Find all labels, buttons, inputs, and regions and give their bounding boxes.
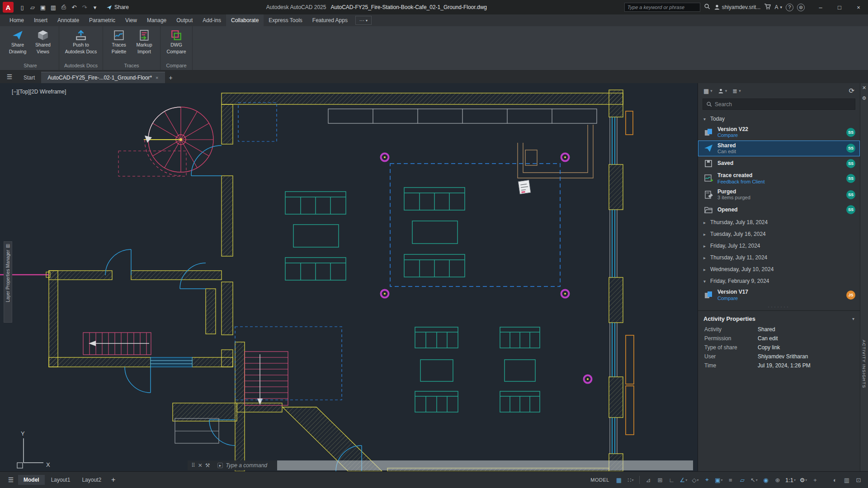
activity-item-version-v22[interactable]: Version V22 Compare SS [698,124,860,141]
layout2-tab[interactable]: Layout2 [76,475,107,485]
grid-display-icon[interactable]: ▦ [614,474,624,485]
command-line[interactable]: ⠿ ✕ ⚒ ▸ Type a command [188,460,693,470]
snap-mode-icon[interactable]: ∷▾ [626,474,636,485]
command-line-customize-icon[interactable]: ⚒ [205,462,210,469]
tab-express-tools[interactable]: Express Tools [264,14,307,26]
keyword-search-input[interactable] [624,3,700,12]
selection-cycling-icon[interactable]: ↖▾ [749,474,759,485]
activity-item-saved[interactable]: Saved SS [698,156,860,170]
refresh-icon[interactable]: ⟳ [849,87,854,95]
activity-item-trace-created[interactable]: Trace created Feedback from Client SS [698,170,860,187]
plot-icon[interactable]: ⎙ [59,2,69,12]
ortho-mode-icon[interactable]: ∟ [667,474,677,485]
save-icon[interactable]: ▣ [38,2,48,12]
open-file-icon[interactable]: ▱ [28,2,38,12]
close-tab-icon[interactable]: × [156,75,158,80]
activity-item-opened[interactable]: Opened SS [698,202,860,216]
display-options-button[interactable]: ▦▾ [703,88,712,94]
qat-customize-icon[interactable]: ▾ [90,2,100,12]
date-group-row[interactable]: ▸ Wednesday, July 10, 2024 [698,263,860,275]
redo-icon[interactable]: ↷ [80,2,90,12]
tab-view[interactable]: View [120,14,142,26]
model-tab[interactable]: Model [18,475,45,485]
date-group-row[interactable]: ▸ Thursday, July 18, 2024 [698,216,860,228]
layout1-tab[interactable]: Layout1 [46,475,76,485]
shared-views-button[interactable]: Shared Views [31,28,55,55]
activity-item-version-v17[interactable]: Version V17 Compare JS [698,287,860,303]
search-icon[interactable] [704,3,710,11]
share-button[interactable]: Share [106,4,129,10]
assistant-icon[interactable]: ⊚ [797,4,805,11]
tab-parametric[interactable]: Parametric [84,14,120,26]
compare-link[interactable]: Compare [717,296,748,301]
maximize-button[interactable]: □ [830,0,849,14]
dwg-compare-button[interactable]: DWG Compare [164,28,189,55]
object-snap-icon[interactable]: ▣▾ [714,474,724,485]
infer-constraints-icon[interactable]: ⊿ [643,474,653,485]
activity-properties-header[interactable]: Activity Properties ▾ [698,313,860,325]
date-group-row[interactable]: ▸ Thursday, July 11, 2024 [698,252,860,263]
palette-search-input[interactable] [715,101,852,108]
new-file-icon[interactable]: ▯ [17,2,27,12]
layer-properties-palette-tab[interactable]: ▤ Layer Properties Manager [4,241,12,323]
close-button[interactable]: × [849,0,868,14]
drawing-canvas[interactable]: Y X [−][Top][2D Wireframe] ▤ Layer Prope… [0,83,698,471]
minimize-button[interactable]: – [811,0,830,14]
date-group-row[interactable]: ▾ Friday, February 9, 2024 [698,275,860,287]
command-input[interactable]: ▸ Type a command [214,460,277,470]
feedback-link[interactable]: Feedback from Client [717,179,765,185]
autocad-logo-button[interactable]: A [3,2,14,13]
new-layout-button[interactable]: + [108,474,119,486]
dynamic-input-icon[interactable]: ⊞ [655,474,665,485]
cart-icon[interactable] [764,3,771,12]
date-group-row[interactable]: ▸ Tuesday, July 16, 2024 [698,228,860,240]
traces-palette-button[interactable]: Traces Palette [107,28,131,55]
user-filter-button[interactable]: ▾ [718,88,727,94]
tab-addins[interactable]: Add-ins [198,14,226,26]
command-line-close-icon[interactable]: ✕ [198,462,203,469]
share-drawing-button[interactable]: Share Drawing [5,28,30,55]
undo-icon[interactable]: ↶ [69,2,79,12]
push-to-autodesk-docs-button[interactable]: Push to Autodesk Docs [63,28,99,55]
layout-menu-icon[interactable]: ☰ [5,476,17,483]
date-group-row[interactable]: ▸ Friday, July 12, 2024 [698,240,860,252]
tab-collaborate[interactable]: Collaborate [226,14,264,26]
palette-close-icon[interactable]: ✕ [862,85,866,91]
today-section-header[interactable]: ▾ Today [698,113,860,124]
command-line-drag-handle[interactable]: ⠿ [191,462,195,469]
new-drawing-tab-button[interactable]: + [165,72,177,83]
user-account-menu[interactable]: shiyamdev.srit... [714,4,761,10]
activity-item-purged[interactable]: Purged 3 items purged SS [698,187,860,203]
isolate-objects-icon[interactable]: ◐ [830,474,840,485]
isometric-drafting-icon[interactable]: ◇▾ [690,474,700,485]
lineweight-icon[interactable]: ≡ [726,474,736,485]
markup-import-button[interactable]: Markup Import [132,28,156,55]
graphics-performance-icon[interactable]: ▥ [842,474,852,485]
tab-featured-apps[interactable]: Featured Apps [307,14,353,26]
ribbon-overflow-button[interactable]: ⋯ ▾ [355,16,372,25]
tab-output[interactable]: Output [171,14,198,26]
activity-item-shared[interactable]: Shared Can edit SS [698,141,860,157]
annotation-monitor-icon[interactable]: + [810,474,820,485]
annotation-scale-button[interactable]: 1:1▾ [784,474,797,485]
save-as-icon[interactable]: ▥ [48,2,58,12]
autodesk-apps-button[interactable]: A ▾ [774,4,782,10]
annotation-visibility-icon[interactable]: ◉ [761,474,771,485]
compare-link[interactable]: Compare [717,132,748,138]
help-icon[interactable]: ? [786,4,793,11]
command-history-strip[interactable] [277,460,693,470]
active-drawing-tab[interactable]: AutoCAD-FY25_Fire-...02-1_Ground-Floor* … [41,72,165,83]
viewport-controls[interactable]: [−][Top][2D Wireframe] [12,89,66,95]
tab-home[interactable]: Home [5,14,29,26]
palette-search[interactable] [703,99,855,110]
collapse-icon[interactable]: ▾ [852,316,854,321]
start-tab[interactable]: Start [17,72,41,83]
file-tab-menu-icon[interactable]: ☰ [2,70,17,83]
autoscale-icon[interactable]: ⊕ [773,474,783,485]
transparency-icon[interactable]: ▱ [737,474,747,485]
osnap-tracking-icon[interactable]: ⌖ [702,474,712,485]
model-space-toggle[interactable]: MODEL [590,477,609,483]
clean-screen-icon[interactable]: ⊡ [854,474,863,485]
workspace-switching-icon[interactable]: ⚙▾ [798,474,808,485]
polar-tracking-icon[interactable]: ∠▾ [679,474,689,485]
